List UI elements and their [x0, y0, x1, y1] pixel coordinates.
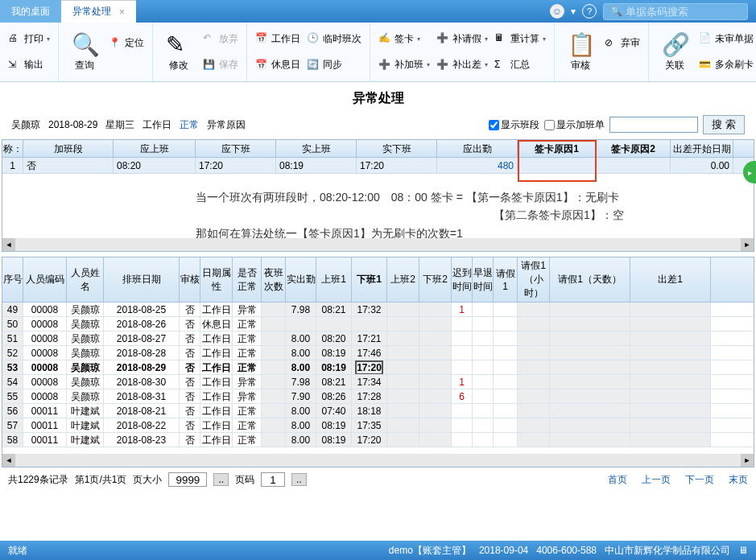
- h-scrollbar[interactable]: ◄►: [2, 238, 754, 251]
- col-qk2[interactable]: 签卡原因2: [597, 140, 671, 157]
- col-cc[interactable]: 出差1: [630, 257, 711, 302]
- pager-last[interactable]: 末页: [729, 473, 748, 487]
- locate-button[interactable]: 📍定位: [105, 35, 147, 51]
- page-num-input[interactable]: [261, 472, 285, 487]
- audit-button[interactable]: 📋审核: [560, 26, 601, 78]
- pager-next[interactable]: 下一页: [685, 473, 714, 487]
- col-sx[interactable]: 日期属性: [200, 257, 233, 302]
- show-ot-checkbox[interactable]: 显示加班单: [544, 118, 605, 132]
- col-ysb[interactable]: 应上班: [114, 140, 196, 157]
- col-cd[interactable]: 迟到时间: [452, 257, 473, 302]
- highlight-box: [518, 140, 597, 182]
- col-qjts[interactable]: 请假1（天数）: [550, 257, 630, 302]
- addot-button[interactable]: ➕补加班▾: [375, 56, 433, 73]
- query-button[interactable]: 🔍查询: [64, 26, 105, 78]
- col-ssb[interactable]: 实上班: [276, 140, 357, 157]
- table-row[interactable]: 5500008吴颜琼2018-08-31否工作日异常7.9008:2617:28…: [2, 389, 754, 404]
- col-seq[interactable]: 称：: [2, 140, 23, 157]
- tab-label: 异常处理: [72, 5, 111, 19]
- col-qj1[interactable]: 请假1: [494, 257, 518, 302]
- signcard-button[interactable]: ✍签卡▾: [375, 31, 433, 47]
- search-icon: 🔍: [610, 6, 622, 17]
- col-sh[interactable]: 审核: [180, 257, 200, 302]
- link-button[interactable]: 🔗关联: [654, 26, 696, 78]
- sync-button[interactable]: 🔄同步: [304, 56, 365, 73]
- table-row[interactable]: 5400008吴颜琼2018-08-30否工作日异常7.9808:2117:34…: [2, 375, 754, 389]
- audit-icon: 📋: [568, 31, 593, 57]
- col-ybcs[interactable]: 夜班次数: [262, 257, 286, 302]
- num-apply[interactable]: ..: [291, 473, 307, 486]
- col-xb2[interactable]: 下班2: [419, 257, 452, 302]
- col-scq[interactable]: 实出勤: [286, 257, 316, 302]
- table-row[interactable]: 5800011叶建斌2018-08-23否工作日正常8.0008:1917:20: [2, 433, 754, 447]
- col-ry[interactable]: 人员编码: [23, 257, 67, 302]
- table-row[interactable]: 5100008吴颜琼2018-08-27否工作日正常8.0008:2017:21: [2, 331, 754, 346]
- summary-button[interactable]: Σ汇总: [491, 56, 549, 73]
- tab-desktop[interactable]: 我的桌面: [0, 0, 61, 23]
- status-date: 2018-09-04: [479, 545, 528, 556]
- table-row[interactable]: 4900008吴颜琼2018-08-25否工作日异常7.9808:2117:32…: [2, 303, 754, 317]
- workday-button[interactable]: 📅工作日: [252, 31, 304, 47]
- table-row[interactable]: 5200008吴颜琼2018-08-28否工作日正常8.0008:1917:46: [2, 346, 754, 360]
- search-button[interactable]: 搜 索: [703, 115, 745, 134]
- search-input[interactable]: [609, 117, 698, 133]
- col-xm[interactable]: 人员姓名: [67, 257, 104, 302]
- addleave-button[interactable]: ➕补请假▾: [433, 31, 491, 47]
- remote-icon[interactable]: 🖥: [738, 545, 748, 556]
- help-icon[interactable]: ?: [582, 4, 597, 19]
- size-apply[interactable]: ..: [213, 473, 229, 486]
- release-icon: ↶: [203, 32, 216, 45]
- plus-icon: ➕: [378, 59, 391, 72]
- close-icon[interactable]: ×: [119, 6, 125, 18]
- col-sb1[interactable]: 上班1: [316, 257, 352, 302]
- tempshift-button[interactable]: 🕒临时班次: [304, 31, 365, 47]
- col-qjxs[interactable]: 请假1（小时）: [518, 257, 550, 302]
- query-icon: 🔍: [72, 31, 97, 57]
- extracard-button[interactable]: 💳多余刷卡: [696, 56, 756, 73]
- sync-icon: 🔄: [307, 59, 320, 72]
- col-seq[interactable]: 序号: [2, 257, 23, 302]
- dropdown-icon[interactable]: ▾: [571, 6, 576, 17]
- note-text: 当一个班次有两班段时，08:20-12:00 08：00 签卡 = 【第一条签卡…: [2, 188, 754, 242]
- edit-button[interactable]: ✎修改: [158, 26, 200, 78]
- table-row[interactable]: 1 否 08:20 17:20 08:19 17:20 480 0.00: [2, 158, 754, 174]
- filter-name: 吴颜琼: [11, 118, 40, 132]
- doc-icon: 📄: [699, 32, 712, 45]
- pager-home[interactable]: 首页: [608, 473, 627, 487]
- col-zt[interactable]: 早退时间: [473, 257, 494, 302]
- table-row[interactable]: 5600011叶建斌2018-08-21否工作日正常8.0007:4018:18: [2, 404, 754, 418]
- col-zc[interactable]: 是否正常: [233, 257, 262, 302]
- tab-exception[interactable]: 异常处理 ×: [61, 0, 136, 23]
- barcode-input[interactable]: [626, 6, 738, 18]
- col-ccks[interactable]: 出差开始日期: [671, 140, 733, 157]
- page-size-input[interactable]: [168, 472, 207, 487]
- col-yxb[interactable]: 应下班: [196, 140, 276, 157]
- recalc-button[interactable]: 🖩重计算▾: [491, 31, 549, 47]
- size-label: 页大小: [133, 473, 162, 487]
- table-row[interactable]: 5700011叶建斌2018-08-22否工作日正常8.0008:1917:35: [2, 418, 754, 433]
- restday-button[interactable]: 📅休息日: [252, 56, 304, 73]
- status-tel: 4006-600-588: [536, 545, 597, 556]
- noaudit-button[interactable]: 📄未审单据: [696, 31, 756, 47]
- smiley-icon[interactable]: ☺: [550, 4, 564, 19]
- table-row[interactable]: 5000008吴颜琼2018-08-26否休息日正常: [2, 317, 754, 331]
- print-button[interactable]: 🖨打印▾: [5, 31, 53, 47]
- col-sxb[interactable]: 实下班: [357, 140, 437, 157]
- top-grid: 称： 加班段 应上班 应下班 实上班 实下班 应出勤 签卡原因1 签卡原因2 出…: [2, 139, 754, 252]
- col-ycq[interactable]: 应出勤: [437, 140, 518, 157]
- sum-icon: Σ: [494, 59, 507, 72]
- abandon-button[interactable]: ⊘弃审: [601, 35, 643, 51]
- h-scrollbar[interactable]: ◄►: [2, 454, 754, 467]
- col-jbd[interactable]: 加班段: [23, 140, 114, 157]
- table-row[interactable]: 5300008吴颜琼2018-08-29否工作日正常8.0008:1917:20: [2, 360, 754, 375]
- col-rq[interactable]: 排班日期: [104, 257, 180, 302]
- barcode-search[interactable]: 🔍: [603, 3, 748, 20]
- page-title: 异常处理: [0, 82, 756, 113]
- export-button[interactable]: ⇲输出: [5, 56, 53, 73]
- col-sb2[interactable]: 上班2: [387, 257, 419, 302]
- pager-prev[interactable]: 上一页: [642, 473, 671, 487]
- bottom-grid: 序号 人员编码 人员姓名 排班日期 审核 日期属性 是否正常 夜班次数 实出勤 …: [2, 257, 754, 467]
- show-shift-checkbox[interactable]: 显示班段: [489, 118, 539, 132]
- col-xb1[interactable]: 下班1: [352, 257, 387, 302]
- addtrip-button[interactable]: ➕补出差▾: [433, 56, 491, 73]
